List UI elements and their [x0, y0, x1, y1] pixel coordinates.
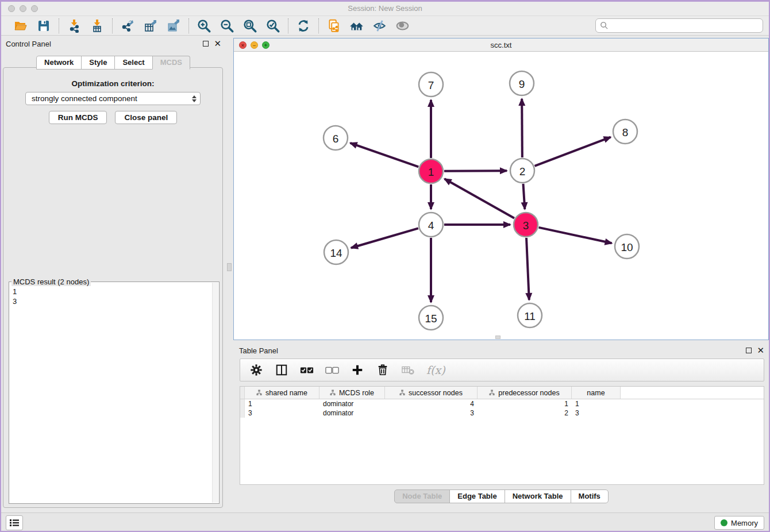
run-mcds-button[interactable]: Run MCDS: [49, 111, 107, 124]
graph-edge-3-1[interactable]: [445, 179, 514, 218]
network-title: scc.txt: [234, 41, 768, 49]
result-scrollbar[interactable]: [212, 283, 218, 503]
graph-edge-3-11[interactable]: [526, 238, 529, 300]
zoom-selected-icon[interactable]: [265, 18, 281, 33]
network-window-titlebar[interactable]: × – + scc.txt: [234, 38, 768, 52]
table-cell[interactable]: 3: [245, 408, 319, 418]
mcds-tab-content: Optimization criterion: strongly connect…: [3, 67, 223, 508]
titlebar: Session: New Session: [0, 0, 770, 16]
row-gutter-header: [240, 387, 245, 399]
deselect-all-icon[interactable]: [325, 363, 339, 377]
float-table-panel-icon[interactable]: [746, 348, 752, 353]
table-cell[interactable]: 1: [245, 399, 319, 408]
table-row[interactable]: 1dominator411: [240, 399, 764, 408]
hide-selected-icon[interactable]: [372, 18, 388, 33]
mcds-result-text[interactable]: 1 3: [13, 287, 211, 502]
column-header-shared-name[interactable]: shared name: [245, 387, 319, 399]
import-network-icon[interactable]: [66, 18, 82, 33]
open-session-icon[interactable]: [13, 18, 29, 33]
column-header-name[interactable]: name: [572, 387, 621, 399]
table-cell[interactable]: dominator: [319, 408, 385, 418]
network-canvas[interactable]: 7968124314101511: [234, 52, 768, 340]
criterion-select[interactable]: strongly connected component: [25, 92, 201, 105]
column-header-successor-nodes[interactable]: successor nodes: [385, 387, 478, 399]
vertical-splitter[interactable]: [226, 36, 233, 512]
graph-edge-3-10[interactable]: [538, 228, 611, 243]
table-row[interactable]: 3dominator323: [240, 408, 764, 418]
clone-network-icon[interactable]: [326, 18, 342, 33]
table-cell[interactable]: 2: [478, 408, 572, 418]
criterion-select-value: strongly connected component: [32, 94, 192, 103]
graph-node-label-3: 3: [523, 219, 529, 232]
table-cell[interactable]: dominator: [319, 399, 385, 408]
table-header-row: shared name MCDS role successor nodes pr…: [240, 387, 764, 399]
tab-network-table[interactable]: Network Table: [505, 489, 571, 503]
select-all-icon[interactable]: [300, 363, 314, 377]
tab-network[interactable]: Network: [36, 56, 82, 70]
table-panel-title: Table Panel: [239, 346, 746, 355]
close-panel-button[interactable]: Close panel: [115, 111, 177, 124]
mcds-result-title: MCDS result (2 nodes): [11, 277, 91, 286]
row-gutter[interactable]: [240, 408, 245, 418]
column-header-predecessor-nodes[interactable]: predecessor nodes: [478, 387, 572, 399]
tab-node-table[interactable]: Node Table: [394, 489, 450, 503]
control-panel-tabs: Network Style Select MCDS: [0, 56, 226, 70]
export-image-icon[interactable]: [165, 18, 182, 33]
zoom-out-icon[interactable]: [219, 18, 235, 33]
gear-icon[interactable]: [249, 363, 263, 377]
first-neighbors-icon[interactable]: [349, 18, 365, 33]
tab-mcds[interactable]: MCDS: [152, 56, 190, 70]
delete-icon[interactable]: [376, 363, 390, 377]
close-table-panel-icon[interactable]: ✕: [757, 348, 764, 353]
refresh-layout-icon[interactable]: [295, 18, 311, 33]
search-field[interactable]: [595, 18, 763, 33]
tab-motifs[interactable]: Motifs: [571, 489, 609, 503]
float-panel-icon[interactable]: [203, 41, 209, 47]
row-gutter[interactable]: [240, 399, 245, 408]
mcds-result-group: MCDS result (2 nodes) 1 3: [9, 282, 220, 504]
graph-edge-1-2[interactable]: [444, 171, 507, 171]
delete-table-icon[interactable]: [401, 363, 415, 377]
zoom-fit-icon[interactable]: [242, 18, 258, 33]
graph-node-label-1: 1: [428, 166, 434, 178]
show-all-icon[interactable]: [395, 18, 411, 33]
graph-edge-2-8[interactable]: [535, 137, 611, 166]
search-icon: [600, 21, 609, 30]
graph-edge-1-6[interactable]: [350, 143, 418, 167]
export-network-icon[interactable]: [120, 18, 136, 33]
table-cell[interactable]: 3: [572, 408, 621, 418]
list-icon: [9, 519, 20, 527]
add-icon[interactable]: [351, 363, 364, 377]
hierarchy-icon: [399, 390, 406, 396]
search-input[interactable]: [611, 20, 763, 32]
table-toolbar: f(x): [240, 358, 764, 381]
export-table-icon[interactable]: [143, 18, 159, 33]
column-header-mcds-role[interactable]: MCDS role: [319, 387, 385, 399]
network-bottom-grip[interactable]: [495, 336, 500, 339]
table-cell[interactable]: 4: [385, 399, 478, 408]
tab-edge-table[interactable]: Edge Table: [449, 489, 505, 503]
task-history-button[interactable]: [6, 515, 23, 530]
select-stepper-icon: [192, 95, 197, 102]
table-cell[interactable]: 3: [385, 408, 478, 418]
node-table[interactable]: shared name MCDS role successor nodes pr…: [240, 386, 764, 485]
table-cell[interactable]: 1: [478, 399, 572, 408]
graph-node-label-9: 9: [519, 78, 525, 90]
splitter-grip[interactable]: [227, 263, 232, 271]
tab-select[interactable]: Select: [114, 56, 152, 70]
graph-edge-2-9[interactable]: [522, 99, 522, 157]
table-cell[interactable]: 1: [572, 399, 621, 408]
import-table-icon[interactable]: [89, 18, 105, 33]
close-panel-icon[interactable]: ✕: [214, 41, 221, 47]
zoom-in-icon[interactable]: [196, 18, 212, 33]
tab-style[interactable]: Style: [81, 56, 115, 70]
function-builder-icon[interactable]: f(x): [426, 364, 445, 376]
network-graph[interactable]: 7968124314101511: [234, 52, 768, 340]
graph-edge-2-3[interactable]: [523, 184, 525, 209]
columns-icon[interactable]: [275, 363, 288, 377]
memory-button[interactable]: Memory: [714, 516, 764, 530]
status-bar: Memory: [0, 512, 770, 532]
graph-edge-4-14[interactable]: [351, 228, 418, 248]
save-session-icon[interactable]: [36, 18, 52, 33]
graph-node-label-8: 8: [622, 126, 629, 138]
